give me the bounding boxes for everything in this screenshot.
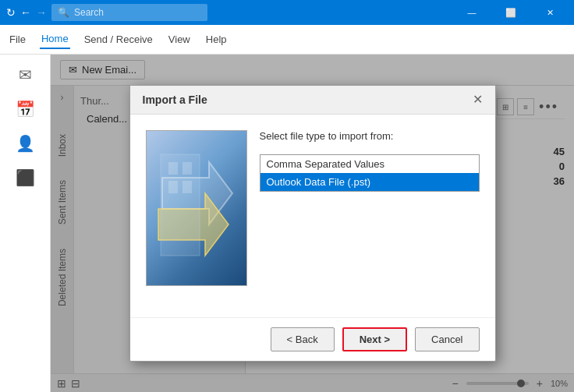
search-icon: 🔍 [58, 7, 69, 18]
svg-rect-3 [168, 162, 178, 175]
left-sidebar: ✉ 📅 👤 ⬛ [0, 55, 51, 392]
tab-file[interactable]: File [8, 30, 27, 48]
file-type-csv[interactable]: Comma Separated Values [260, 155, 479, 173]
svg-rect-6 [182, 181, 192, 193]
modal-overlay: Import a File ✕ [51, 55, 574, 392]
people-icon[interactable]: 👤 [5, 129, 44, 157]
ribbon-nav: File Home Send / Receive View Help [8, 30, 229, 49]
tab-home[interactable]: Home [40, 30, 70, 49]
modal-illustration [146, 130, 247, 286]
forward-icon[interactable]: → [36, 6, 47, 19]
close-button[interactable]: ✕ [532, 0, 568, 25]
title-bar-controls: — ⬜ ✕ [454, 0, 568, 25]
content-area: ✉ New Emai... › Inbox Sent Items Deleted… [51, 55, 574, 392]
restore-button[interactable]: ⬜ [493, 0, 529, 25]
ribbon: File Home Send / Receive View Help [0, 25, 574, 55]
mail-icon[interactable]: ✉ [5, 61, 44, 89]
modal-footer: < Back Next > Cancel [130, 317, 495, 361]
title-bar: ↻ ← → 🔍 — ⬜ ✕ [0, 0, 574, 25]
search-box[interactable]: 🔍 [51, 4, 207, 21]
tab-help[interactable]: Help [204, 30, 229, 48]
back-icon[interactable]: ← [20, 6, 31, 19]
next-button[interactable]: Next > [342, 327, 407, 351]
back-button[interactable]: < Back [271, 327, 335, 351]
cancel-button[interactable]: Cancel [415, 327, 479, 351]
outlook-logo-svg [154, 147, 240, 271]
main-area: ✉ 📅 👤 ⬛ ✉ New Emai... › Inbox Sent Items… [0, 55, 574, 392]
import-dialog: Import a File ✕ [129, 85, 496, 362]
modal-title-bar: Import a File ✕ [130, 86, 495, 115]
refresh-icon[interactable]: ↻ [6, 6, 16, 19]
svg-rect-2 [161, 154, 200, 256]
modal-close-button[interactable]: ✕ [473, 94, 483, 106]
file-type-list[interactable]: Comma Separated Values Outlook Data File… [260, 154, 480, 192]
tasks-icon[interactable]: ⬛ [5, 164, 44, 192]
modal-file-selection: Select file type to import from: Comma S… [260, 130, 480, 302]
modal-body: Select file type to import from: Comma S… [130, 115, 495, 317]
calendar-icon[interactable]: 📅 [5, 95, 44, 123]
search-input[interactable] [74, 7, 199, 18]
file-type-pst[interactable]: Outlook Data File (.pst) [260, 173, 479, 191]
svg-rect-4 [182, 162, 192, 175]
modal-select-label: Select file type to import from: [260, 130, 480, 142]
modal-title: Import a File [143, 94, 207, 106]
tab-view[interactable]: View [167, 30, 192, 48]
minimize-button[interactable]: — [454, 0, 490, 25]
tab-send-receive[interactable]: Send / Receive [83, 30, 154, 48]
svg-rect-5 [168, 181, 178, 193]
